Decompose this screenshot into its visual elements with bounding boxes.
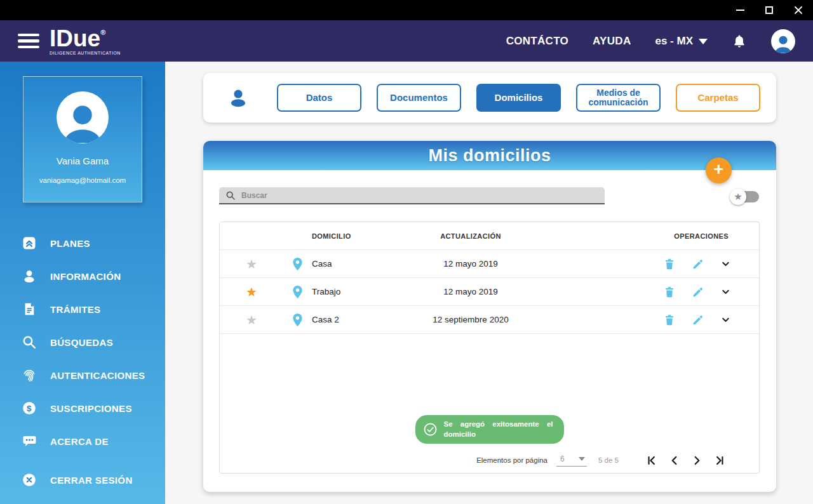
app-logo: IDue® DILIGENCE AUTHENTICATION xyxy=(50,27,121,56)
sidebar-item-label: PLANES xyxy=(50,238,90,249)
main-content: Datos Documentos Domicilios Medios de co… xyxy=(165,62,813,504)
logo-title: IDue xyxy=(50,25,100,51)
domicilio-updated: 12 mayo 2019 xyxy=(443,287,498,296)
domicilio-name: Trabajo xyxy=(312,287,410,296)
page-title: Mis domicilios xyxy=(428,146,551,166)
domicilios-panel: Mis domicilios + ★ D xyxy=(203,141,776,492)
tab-medios-de-comunicacion[interactable]: Medios de comunicación xyxy=(576,84,661,112)
pagination-bar: Elementos por página 6 5 de 5 xyxy=(220,448,759,473)
tab-documentos[interactable]: Documentos xyxy=(377,84,461,112)
first-page-icon[interactable] xyxy=(645,454,657,467)
bell-icon[interactable] xyxy=(732,34,747,49)
sidebar-item-label: CERRAR SESIÓN xyxy=(50,475,133,486)
sidebar-item-tramites[interactable]: TRÁMITES xyxy=(0,293,165,326)
sidebar-item-autenticaciones[interactable]: AUTENTICACIONES xyxy=(0,359,165,392)
edit-icon[interactable] xyxy=(692,314,704,326)
location-pin-icon xyxy=(291,284,304,300)
items-per-page-select[interactable]: 6 xyxy=(556,454,587,467)
minimize-icon[interactable] xyxy=(725,0,755,20)
logo-tagline: DILIGENCE AUTHENTICATION xyxy=(50,51,121,56)
chevron-down-icon xyxy=(699,39,708,49)
chevron-down-icon xyxy=(579,457,585,464)
sidebar-item-busquedas[interactable]: BÚSQUEDAS xyxy=(0,326,165,359)
expand-chevron-icon[interactable] xyxy=(720,286,731,297)
favorite-star-icon[interactable]: ★ xyxy=(246,286,257,298)
tab-datos[interactable]: Datos xyxy=(277,84,361,112)
table-header-row: DOMICILIO ACTUALIZACIÓN OPERACIONES xyxy=(220,222,759,250)
add-domicilio-button[interactable]: + xyxy=(706,157,732,183)
search-icon xyxy=(21,334,37,350)
contact-link[interactable]: CONTÁCTO xyxy=(506,35,568,48)
person-icon xyxy=(227,87,249,109)
items-per-page-label: Elementos por página xyxy=(476,456,548,464)
close-icon[interactable] xyxy=(784,0,813,20)
profile-card: Vania Gama vaniagamag@hotmail.com xyxy=(23,76,142,202)
profile-email: vaniagamag@hotmail.com xyxy=(39,176,126,184)
domicilio-updated: 12 septiembre 2020 xyxy=(433,315,508,324)
registered-mark: ® xyxy=(100,29,105,36)
delete-icon[interactable] xyxy=(663,257,676,271)
sidebar-nav: PLANES INFORMACIÓN TRÁMITES BÚSQUEDAS xyxy=(0,227,165,458)
profile-avatar xyxy=(57,91,109,143)
search-input[interactable] xyxy=(241,191,598,200)
delete-icon[interactable] xyxy=(663,313,676,327)
delete-icon[interactable] xyxy=(663,285,676,299)
favorite-star-icon[interactable]: ★ xyxy=(246,314,257,326)
sidebar-item-label: AUTENTICACIONES xyxy=(50,370,145,381)
language-selector[interactable]: es - MX xyxy=(655,34,708,49)
domicilio-updated: 12 mayo 2019 xyxy=(443,259,498,269)
tab-carpetas[interactable]: Carpetas xyxy=(676,84,760,112)
sidebar-item-label: TRÁMITES xyxy=(50,304,100,315)
dollar-icon: $ xyxy=(21,400,37,416)
sidebar-item-label: SUSCRIPCIONES xyxy=(50,403,132,414)
sidebar: Vania Gama vaniagamag@hotmail.com PLANES… xyxy=(0,62,165,504)
sidebar-item-label: INFORMACIÓN xyxy=(50,271,121,282)
domicilio-name: Casa 2 xyxy=(312,315,410,324)
window-titlebar xyxy=(0,0,813,20)
tab-domicilios[interactable]: Domicilios xyxy=(476,84,561,112)
sidebar-item-planes[interactable]: PLANES xyxy=(0,227,165,260)
sidebar-item-cerrar-sesion[interactable]: CERRAR SESIÓN xyxy=(0,463,165,496)
star-icon: ★ xyxy=(730,189,746,205)
edit-icon[interactable] xyxy=(692,258,704,270)
next-page-icon[interactable] xyxy=(691,454,703,467)
sidebar-item-label: ACERCA DE xyxy=(50,436,109,447)
sidebar-item-acerca-de[interactable]: ACERCA DE xyxy=(0,425,165,458)
search-box xyxy=(219,187,605,204)
location-pin-icon xyxy=(291,312,304,328)
menu-icon[interactable] xyxy=(18,34,39,49)
check-circle-icon xyxy=(423,422,438,437)
last-page-icon[interactable] xyxy=(714,454,726,467)
page-range: 5 de 5 xyxy=(598,456,619,464)
search-icon xyxy=(225,190,236,201)
maximize-icon[interactable] xyxy=(755,0,784,20)
plans-icon xyxy=(21,235,37,251)
column-header-operaciones: OPERACIONES xyxy=(674,232,759,240)
column-header-domicilio: DOMICILIO xyxy=(312,232,410,240)
domicilio-name: Casa xyxy=(312,259,410,269)
success-toast: Se agregó exitosamente el domicilio xyxy=(415,415,564,444)
sidebar-item-informacion[interactable]: INFORMACIÓN xyxy=(0,260,165,293)
previous-page-icon[interactable] xyxy=(668,454,680,467)
domicilios-table: DOMICILIO ACTUALIZACIÓN OPERACIONES ★ Ca… xyxy=(219,222,760,474)
avatar[interactable] xyxy=(771,29,795,53)
location-pin-icon xyxy=(291,256,304,272)
top-navbar: IDue® DILIGENCE AUTHENTICATION CONTÁCTO … xyxy=(0,20,813,62)
toast-message: Se agregó exitosamente el domicilio xyxy=(444,419,553,440)
chat-icon xyxy=(21,433,37,449)
expand-chevron-icon[interactable] xyxy=(720,258,731,269)
panel-header: Mis domicilios xyxy=(203,141,776,170)
logout-icon xyxy=(21,472,37,488)
language-value: es - MX xyxy=(655,35,693,48)
favorites-filter-toggle[interactable]: ★ xyxy=(730,189,760,205)
favorite-star-icon[interactable]: ★ xyxy=(246,258,257,270)
edit-icon[interactable] xyxy=(692,286,704,298)
expand-chevron-icon[interactable] xyxy=(720,314,731,325)
svg-text:$: $ xyxy=(27,404,32,413)
profile-tabs-card: Datos Documentos Domicilios Medios de co… xyxy=(203,73,776,123)
profile-name: Vania Gama xyxy=(57,156,109,166)
sidebar-item-suscripciones[interactable]: $ SUSCRIPCIONES xyxy=(0,392,165,425)
person-icon xyxy=(21,268,37,284)
help-link[interactable]: AYUDA xyxy=(593,35,631,48)
document-icon xyxy=(21,301,37,317)
